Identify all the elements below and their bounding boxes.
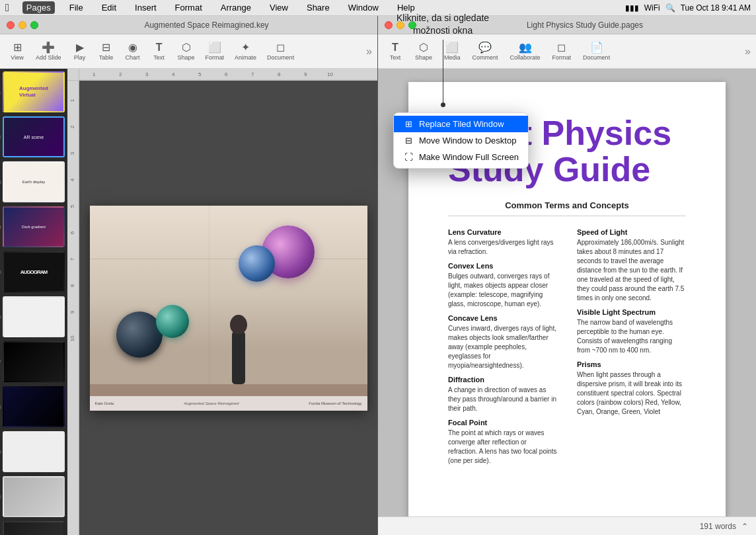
toolbar-view-btn[interactable]: ⊞ View bbox=[5, 40, 29, 63]
toolbar-more-btn[interactable]: » bbox=[366, 46, 372, 58]
slide-num-5: 5 bbox=[0, 269, 1, 275]
slide-thumb-img-2: AR scene bbox=[4, 118, 63, 156]
slide-thumb-10[interactable] bbox=[3, 476, 65, 517]
svg-text:4: 4 bbox=[172, 71, 175, 77]
format-label: Format bbox=[206, 54, 225, 61]
shape-label: Shape bbox=[178, 54, 195, 61]
term-concave-lens: Concave Lens Curves inward, diverges ray… bbox=[448, 314, 557, 370]
toolbar-text-btn[interactable]: T Text bbox=[147, 40, 171, 63]
menu-view[interactable]: View bbox=[266, 1, 292, 14]
apple-menu-icon[interactable]:  bbox=[5, 2, 9, 14]
dropdown-replace-tiled-window[interactable]: ⊞ Replace Tiled Window bbox=[394, 116, 528, 132]
current-slide[interactable]: Kate Grela Augmented Space Reimagined Fu… bbox=[90, 206, 367, 411]
term-title-focal-point: Focal Point bbox=[448, 419, 557, 427]
date-time: Tue Oct 18 9:41 AM bbox=[681, 3, 751, 13]
slide-num-1: 1 bbox=[0, 89, 1, 95]
menu-arrange[interactable]: Arrange bbox=[217, 1, 255, 14]
menu-pages[interactable]: Pages bbox=[22, 1, 55, 14]
toolbar-format-btn[interactable]: ⬜ Format bbox=[202, 40, 229, 63]
document-icon: ◻ bbox=[276, 42, 285, 53]
caption-left: Kate Grela bbox=[95, 401, 114, 405]
replace-tiled-label: Replace Tiled Window bbox=[419, 119, 504, 129]
menu-format[interactable]: Format bbox=[171, 1, 206, 14]
slide-thumb-3[interactable]: Earth display bbox=[3, 161, 65, 202]
person-silhouette bbox=[222, 305, 255, 384]
dropdown-move-window-desktop[interactable]: ⊟ Move Window to Desktop bbox=[394, 132, 528, 149]
svg-text:9: 9 bbox=[69, 310, 75, 313]
toolbar-play-btn[interactable]: ▶ Play bbox=[68, 40, 92, 63]
toolbar-addslide-btn[interactable]: ➕ Add Slide bbox=[32, 40, 65, 63]
toolbar-table-btn[interactable]: ⊟ Table bbox=[94, 40, 118, 63]
slide-wrapper-4: 4 Dark gradient bbox=[3, 206, 65, 247]
menu-file[interactable]: File bbox=[65, 1, 87, 14]
dropdown-menu: ⊞ Replace Tiled Window ⊟ Move Window to … bbox=[393, 112, 529, 169]
term-desc-visible-spectrum: The narrow band of wavelengths perceptib… bbox=[577, 318, 686, 355]
slide-num-3: 3 bbox=[0, 179, 1, 185]
document-label: Document bbox=[267, 54, 294, 61]
toolbar-document-btn[interactable]: ◻ Document bbox=[263, 40, 298, 63]
svg-text:3: 3 bbox=[145, 71, 149, 77]
sphere-blue bbox=[239, 245, 275, 282]
slide-thumb-5[interactable]: AUGOGRAM bbox=[3, 251, 65, 292]
svg-text:5: 5 bbox=[69, 204, 75, 208]
pages-toolbar-more-btn[interactable]: » bbox=[745, 46, 751, 58]
move-desktop-label: Move Window to Desktop bbox=[419, 136, 516, 145]
toolbar-animate-btn[interactable]: ✦ Animate bbox=[231, 40, 260, 63]
slide-num-10: 10 bbox=[0, 494, 1, 500]
svg-text:4: 4 bbox=[69, 178, 75, 181]
pages-format-btn[interactable]: ◻ Format bbox=[548, 40, 576, 63]
keynote-toolbar: ⊞ View ➕ Add Slide ▶ Play ⊟ Table ◉ Char… bbox=[0, 34, 377, 69]
slide-thumb-9[interactable] bbox=[3, 431, 65, 472]
slide-thumb-2[interactable]: AR scene bbox=[3, 116, 65, 157]
close-button[interactable] bbox=[7, 21, 15, 29]
play-label: Play bbox=[74, 54, 86, 61]
keynote-content: 1 AugmentedVirtual 2 AR scene bbox=[0, 69, 377, 535]
term-speed-of-light: Speed of Light Approximately 186,000mi/s… bbox=[577, 228, 686, 303]
slide-scene: Kate Grela Augmented Space Reimagined Fu… bbox=[90, 206, 367, 411]
svg-text:6: 6 bbox=[225, 71, 228, 77]
fullscreen-label: Make Window Full Screen bbox=[419, 152, 519, 162]
dropdown-fullscreen[interactable]: ⛶ Make Window Full Screen bbox=[394, 149, 528, 165]
menubar:  Pages File Edit Insert Format Arrange … bbox=[0, 0, 756, 16]
menu-window[interactable]: Window bbox=[344, 1, 383, 14]
chart-label: Chart bbox=[126, 54, 140, 61]
battery-icon: ▮▮▮ bbox=[625, 3, 639, 13]
menu-insert[interactable]: Insert bbox=[131, 1, 161, 14]
doc-subtitle: Common Terms and Concepts bbox=[448, 200, 686, 210]
svg-text:7: 7 bbox=[69, 257, 75, 261]
word-count-arrow[interactable]: ⌃ bbox=[741, 522, 748, 531]
slide-thumb-img-11 bbox=[4, 522, 63, 535]
slide-thumb-4[interactable]: Dark gradient bbox=[3, 206, 65, 247]
svg-text:3: 3 bbox=[69, 151, 75, 155]
slide-wrapper-3: 3 Earth display bbox=[3, 161, 65, 202]
toolbar-shape-btn[interactable]: ⬡ Shape bbox=[174, 40, 199, 63]
pages-close-button[interactable] bbox=[385, 21, 393, 29]
slide-thumb-6[interactable] bbox=[3, 296, 65, 337]
slide-thumb-11[interactable] bbox=[3, 521, 65, 535]
maximize-button[interactable] bbox=[30, 21, 38, 29]
term-visible-spectrum: Visible Light Spectrum The narrow band o… bbox=[577, 308, 686, 355]
addslide-icon: ➕ bbox=[42, 42, 55, 53]
term-title-diffraction: Diffraction bbox=[448, 376, 557, 384]
pages-format-icon: ◻ bbox=[557, 42, 566, 53]
svg-text:5: 5 bbox=[198, 71, 202, 77]
pages-document-btn[interactable]: 📄 Document bbox=[579, 40, 614, 63]
slide-wrapper-2: 2 AR scene bbox=[3, 116, 65, 157]
keynote-titlebar: Augmented Space Reimagined.key bbox=[0, 16, 377, 34]
term-desc-convex-lens: Bulges outward, converges rays of light,… bbox=[448, 272, 557, 309]
slide-thumb-img-9 bbox=[4, 432, 63, 471]
slide-thumb-8[interactable] bbox=[3, 386, 65, 427]
slide-thumb-7[interactable] bbox=[3, 341, 65, 382]
pages-document-icon: 📄 bbox=[590, 42, 603, 53]
search-icon[interactable]: 🔍 bbox=[665, 3, 675, 13]
term-prisms: Prisms When light passes through a dispe… bbox=[577, 360, 686, 417]
left-pane-keynote: Augmented Space Reimagined.key ⊞ View ➕ … bbox=[0, 16, 378, 535]
minimize-button[interactable] bbox=[19, 21, 26, 29]
menu-share[interactable]: Share bbox=[303, 1, 334, 14]
toolbar-chart-btn[interactable]: ◉ Chart bbox=[121, 40, 145, 63]
slide-wrapper-11: 11 bbox=[3, 521, 65, 535]
pages-collaborate-btn[interactable]: 👥 Collaborate bbox=[506, 40, 545, 63]
word-count: 191 words bbox=[700, 522, 736, 531]
slide-thumb-1[interactable]: AugmentedVirtual bbox=[3, 71, 65, 112]
menu-edit[interactable]: Edit bbox=[98, 1, 120, 14]
